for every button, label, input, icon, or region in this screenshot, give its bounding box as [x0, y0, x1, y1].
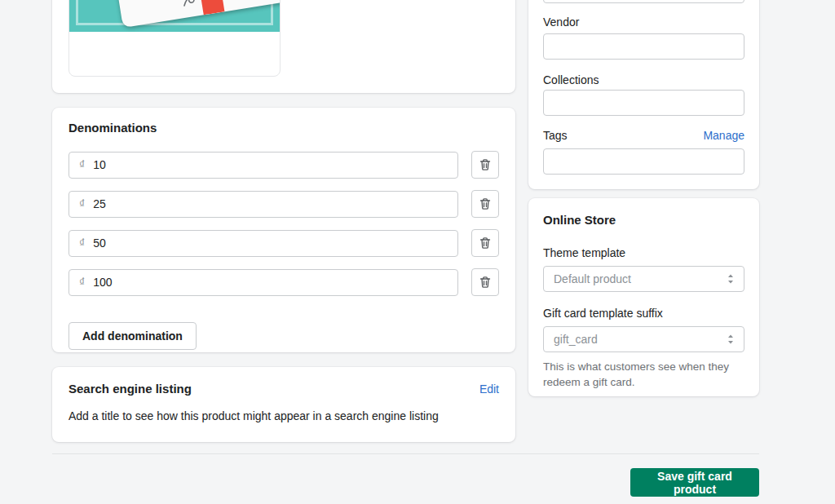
vendor-field[interactable]	[543, 33, 744, 60]
currency-prefix: ₫	[79, 197, 85, 210]
gift-card-product-page: Denominations ₫ 10 ₫ 25	[0, 0, 835, 504]
theme-template-label: Theme template	[543, 246, 744, 259]
search-engine-listing-card: Search engine listing Edit Add a title t…	[52, 367, 515, 442]
select-stepper-icon	[726, 273, 736, 285]
trash-icon	[479, 197, 492, 210]
trash-icon	[479, 237, 492, 250]
product-organization-card: Vendor Collections Tags Manage	[528, 0, 759, 189]
seo-description: Add a title to see how this product migh…	[68, 409, 499, 422]
save-gift-card-product-button[interactable]: Save gift card product	[630, 468, 759, 497]
partial-top-field[interactable]	[543, 0, 744, 3]
footer-divider	[52, 453, 759, 454]
gift-card-suffix-label: Gift card template suffix	[543, 307, 744, 320]
denomination-row: ₫ 10	[68, 151, 499, 179]
denomination-value: 100	[93, 276, 112, 289]
select-stepper-icon	[726, 334, 736, 345]
denomination-value: 10	[93, 158, 106, 171]
delete-denomination-button[interactable]	[471, 268, 499, 296]
denominations-title: Denominations	[68, 121, 499, 135]
currency-prefix: ₫	[79, 237, 85, 250]
vendor-label: Vendor	[543, 15, 579, 29]
media-card	[52, 0, 515, 93]
gift-card-suffix-select[interactable]: gift_card	[543, 326, 744, 352]
tags-label-row: Tags Manage	[543, 129, 744, 142]
delete-denomination-button[interactable]	[471, 151, 499, 179]
theme-template-select[interactable]: Default product	[543, 266, 744, 292]
tags-label: Tags	[543, 129, 568, 142]
trash-icon	[479, 276, 492, 289]
denomination-row: ₫ 25	[68, 190, 499, 218]
seo-title: Search engine listing	[68, 382, 192, 396]
denomination-input[interactable]: ₫ 100	[68, 269, 458, 296]
delete-denomination-button[interactable]	[471, 229, 499, 257]
online-store-card: Online Store Theme template Default prod…	[528, 198, 759, 396]
seo-header: Search engine listing Edit	[68, 382, 499, 396]
denomination-input[interactable]: ₫ 10	[68, 152, 458, 179]
collections-label: Collections	[543, 73, 599, 86]
add-denomination-button[interactable]: Add denomination	[68, 322, 197, 350]
theme-template-value: Default product	[554, 272, 631, 285]
currency-prefix: ₫	[79, 158, 85, 171]
online-store-title: Online Store	[543, 213, 744, 227]
currency-prefix: ₫	[79, 276, 85, 289]
denomination-row: ₫ 100	[68, 268, 499, 296]
gift-card-illustration	[69, 0, 280, 32]
denomination-value: 25	[93, 197, 106, 210]
denominations-card: Denominations ₫ 10 ₫ 25	[52, 108, 515, 352]
denomination-row: ₫ 50	[68, 229, 499, 257]
collections-field[interactable]	[543, 90, 744, 116]
trash-icon	[479, 158, 492, 171]
denomination-value: 50	[93, 237, 106, 250]
tags-field[interactable]	[543, 148, 744, 175]
manage-tags-link[interactable]: Manage	[703, 129, 744, 142]
denomination-input[interactable]: ₫ 50	[68, 230, 458, 257]
gift-card-image-thumbnail[interactable]	[68, 0, 281, 77]
seo-edit-link[interactable]: Edit	[479, 382, 499, 396]
ribbon-curl-icon	[182, 0, 200, 9]
gift-card-suffix-help-text: This is what customers see when they red…	[543, 359, 744, 390]
delete-denomination-button[interactable]	[471, 190, 499, 218]
denomination-input[interactable]: ₫ 25	[68, 191, 458, 218]
gift-card-suffix-value: gift_card	[554, 333, 598, 346]
